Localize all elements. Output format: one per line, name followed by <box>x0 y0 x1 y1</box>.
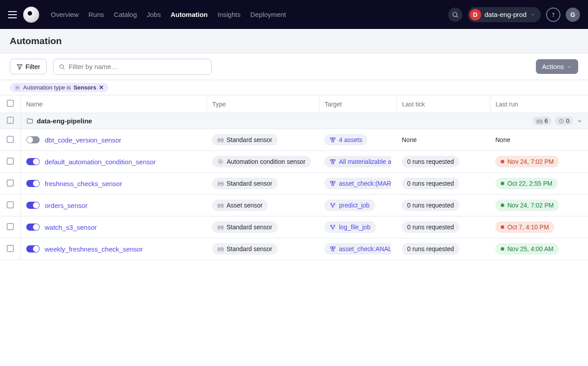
sensor-link[interactable]: orders_sensor <box>45 202 88 209</box>
nav-item-catalog[interactable]: Catalog <box>114 11 137 18</box>
workspace-picker[interactable]: D data-eng-prod <box>468 7 541 22</box>
svg-rect-28 <box>332 249 334 251</box>
svg-point-13 <box>218 159 223 164</box>
status-dot <box>501 160 504 163</box>
last-run-pill[interactable]: Nov 24, 7:02 PM <box>495 199 559 211</box>
col-last-tick: Last tick <box>396 95 490 113</box>
automation-icon <box>217 159 224 165</box>
last-tick-pill: 0 runs requested <box>402 156 459 167</box>
top-nav: OverviewRunsCatalogJobsAutomationInsight… <box>0 0 588 29</box>
nav-item-overview[interactable]: Overview <box>51 11 79 18</box>
table-row: dbt_code_version_sensor ((•))Standard se… <box>0 129 588 151</box>
table-row: default_automation_condition_sensor Auto… <box>0 151 588 173</box>
folder-icon <box>26 118 33 125</box>
svg-rect-27 <box>333 247 335 248</box>
page-header: Automation <box>0 29 588 53</box>
svg-rect-11 <box>332 140 334 142</box>
sensor-link[interactable]: default_automation_condition_sensor <box>45 158 156 166</box>
last-run-pill[interactable]: Oct 7, 4:10 PM <box>495 221 554 233</box>
nav-item-runs[interactable]: Runs <box>89 11 104 18</box>
last-run-pill[interactable]: Nov 25, 4:00 AM <box>495 243 559 255</box>
row-checkbox[interactable] <box>7 245 14 252</box>
target-pill[interactable]: All materializable assets <box>324 156 391 167</box>
sensor-link[interactable]: freshness_checks_sensor <box>45 180 122 187</box>
type-pill: ((•))Standard sensor <box>212 134 278 146</box>
row-checkbox[interactable] <box>7 158 14 165</box>
search-input[interactable] <box>69 63 206 70</box>
last-run-pill[interactable]: Nov 24, 7:02 PM <box>495 156 559 167</box>
workspace-name: data-eng-prod <box>485 11 527 18</box>
enable-toggle[interactable] <box>26 245 40 252</box>
svg-point-6 <box>16 87 18 89</box>
enable-toggle[interactable] <box>26 158 40 165</box>
group-checkbox[interactable] <box>7 117 14 124</box>
target-pill[interactable]: asset_check:(MARKETING) <box>324 178 391 189</box>
select-all-checkbox[interactable] <box>7 100 14 107</box>
row-checkbox[interactable] <box>7 179 14 187</box>
search-icon[interactable] <box>448 8 462 22</box>
sensor-link[interactable]: dbt_code_version_sensor <box>45 136 122 144</box>
actions-label: Actions <box>542 63 564 70</box>
search-field[interactable] <box>53 59 212 75</box>
svg-rect-18 <box>333 181 335 183</box>
last-tick-pill: 0 runs requested <box>402 199 459 211</box>
last-tick-pill: 0 runs requested <box>402 178 459 189</box>
svg-point-0 <box>453 12 457 16</box>
enable-toggle[interactable] <box>26 180 40 187</box>
svg-point-22 <box>332 206 333 207</box>
target-pill[interactable]: predict_job <box>324 199 375 211</box>
svg-marker-3 <box>17 65 22 69</box>
menu-icon[interactable] <box>8 11 17 18</box>
last-run-pill[interactable]: Oct 22, 2:55 PM <box>495 178 558 189</box>
svg-point-12 <box>220 161 221 163</box>
enable-toggle[interactable] <box>26 224 40 231</box>
assets-icon <box>330 137 336 143</box>
nav-item-jobs[interactable]: Jobs <box>147 11 161 18</box>
type-pill: ((•))Standard sensor <box>212 243 278 255</box>
status-dot <box>501 247 504 251</box>
col-name: Name <box>20 95 207 113</box>
svg-point-20 <box>331 203 331 204</box>
chevron-down-icon[interactable] <box>576 118 583 124</box>
search-icon <box>59 64 65 70</box>
status-dot <box>501 182 504 185</box>
sensor-icon: ((•)) <box>217 203 224 208</box>
svg-point-4 <box>60 65 64 68</box>
filter-chip-prefix: Automation type is <box>23 84 71 91</box>
actions-button[interactable]: Actions <box>536 59 578 74</box>
assets-icon <box>330 246 336 252</box>
sensor-link[interactable]: weekly_freshness_check_sensor <box>45 245 143 253</box>
nav-item-deployment[interactable]: Deployment <box>250 11 286 18</box>
svg-rect-17 <box>331 181 333 183</box>
type-pill: ((•))Asset sensor <box>212 199 268 211</box>
enable-toggle[interactable] <box>26 202 40 209</box>
chevron-down-icon <box>567 64 572 69</box>
nav-item-insights[interactable]: Insights <box>217 11 241 18</box>
target-pill[interactable]: log_file_job <box>324 221 376 233</box>
table-row: watch_s3_sensor ((•))Standard sensor log… <box>0 216 588 238</box>
target-pill[interactable]: 4 assets <box>324 134 368 146</box>
enable-toggle[interactable] <box>26 136 40 143</box>
nav-item-automation[interactable]: Automation <box>171 11 208 18</box>
assets-icon <box>330 180 336 187</box>
svg-point-2 <box>553 16 554 16</box>
col-target: Target <box>319 95 396 113</box>
filter-chip-automation-type[interactable]: Automation type is Sensors ✕ <box>10 83 108 92</box>
remove-filter-icon[interactable]: ✕ <box>99 84 104 91</box>
filter-button[interactable]: Filter <box>10 59 47 74</box>
type-pill: Automation condition sensor <box>212 156 311 167</box>
col-last-run: Last run <box>490 95 588 113</box>
sensor-icon: ((•)) <box>217 137 224 142</box>
svg-rect-26 <box>331 247 333 248</box>
sensor-icon: ((•)) <box>217 246 224 252</box>
table-row: weekly_freshness_check_sensor ((•))Stand… <box>0 238 588 260</box>
row-checkbox[interactable] <box>7 223 14 230</box>
row-checkbox[interactable] <box>7 201 14 208</box>
user-avatar[interactable]: G <box>566 8 580 22</box>
sensor-link[interactable]: watch_s3_sensor <box>45 224 97 231</box>
app-logo[interactable] <box>23 7 39 23</box>
row-checkbox[interactable] <box>7 136 14 143</box>
help-icon[interactable] <box>546 8 560 22</box>
target-pill[interactable]: asset_check:ANALYTICS <box>324 243 391 255</box>
toolbar: Filter Actions <box>0 53 588 80</box>
